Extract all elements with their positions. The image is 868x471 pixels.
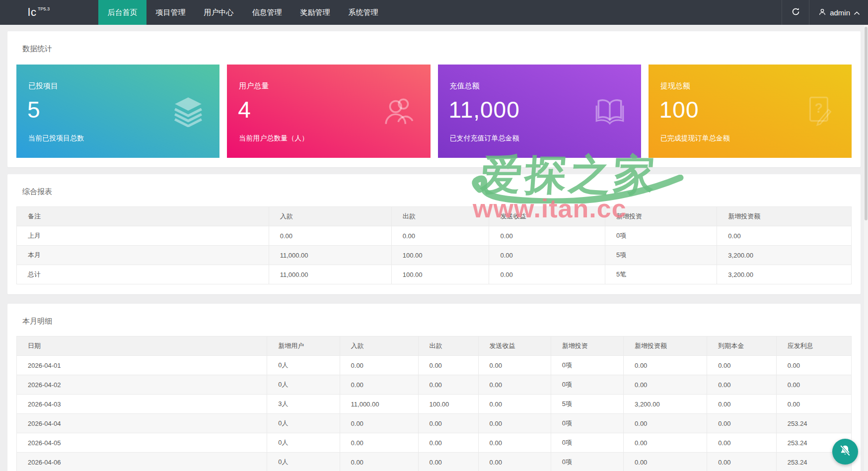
table-cell: 253.24 bbox=[776, 414, 851, 433]
table-cell: 0.00 bbox=[418, 356, 478, 375]
summary-report-panel: 综合报表 备注入款出款发送收益新增投资新增投资额上月0.000.000.000项… bbox=[7, 174, 861, 294]
table-cell: 0.00 bbox=[418, 453, 478, 471]
table-cell: 2026-04-06 bbox=[17, 453, 267, 471]
table-cell: 2026-04-05 bbox=[17, 433, 267, 453]
scrollbar-track[interactable] bbox=[864, 25, 868, 471]
column-header: 备注 bbox=[17, 207, 269, 226]
card-value: 11,000 bbox=[449, 96, 520, 123]
table-cell: 0.00 bbox=[707, 453, 777, 471]
stat-cards-row: 已投项目 5 当前已投项目总数 用户总量 4 当前用户总数量（人） bbox=[7, 54, 861, 158]
table-cell: 3人 bbox=[267, 395, 340, 414]
table-row: 总计11,000.00100.000.005笔3,200.00 bbox=[17, 265, 852, 284]
table-cell: 0.00 bbox=[340, 356, 418, 375]
card-label: 提现总额 bbox=[660, 81, 690, 91]
table-cell: 0项 bbox=[551, 414, 623, 433]
table-cell: 3,200.00 bbox=[624, 395, 707, 414]
table-cell: 0.00 bbox=[391, 226, 489, 246]
table-row: 2026-04-060人0.000.000.000项0.000.00253.24 bbox=[17, 453, 852, 471]
refresh-button[interactable] bbox=[782, 0, 809, 25]
column-header: 出款 bbox=[418, 336, 478, 356]
column-header: 新增投资额 bbox=[717, 207, 852, 226]
table-cell: 0.00 bbox=[478, 433, 551, 453]
column-header: 新增用户 bbox=[267, 336, 340, 356]
table-cell: 0.00 bbox=[624, 356, 707, 375]
card-caption: 当前已投项目总数 bbox=[28, 134, 84, 143]
card-label: 用户总量 bbox=[239, 81, 269, 91]
table-cell: 0.00 bbox=[489, 265, 605, 284]
table-cell: 0.00 bbox=[478, 356, 551, 375]
table-row: 2026-04-050人0.000.000.000项0.000.00253.24 bbox=[17, 433, 852, 453]
logo-version: TP5.3 bbox=[38, 6, 50, 11]
column-header: 新增投资 bbox=[605, 207, 717, 226]
table-cell: 0.00 bbox=[340, 375, 418, 395]
table-cell: 0.00 bbox=[418, 433, 478, 453]
table-cell: 0.00 bbox=[717, 226, 852, 246]
table-cell: 2026-04-03 bbox=[17, 395, 267, 414]
table-cell: 5项 bbox=[551, 395, 623, 414]
monthly-section-title: 本月明细 bbox=[7, 304, 861, 326]
table-cell: 2026-04-02 bbox=[17, 375, 267, 395]
chevron-up-icon bbox=[854, 8, 860, 17]
summary-table: 备注入款出款发送收益新增投资新增投资额上月0.000.000.000项0.00本… bbox=[16, 206, 852, 284]
column-header: 发送收益 bbox=[489, 207, 605, 226]
table-cell: 0.00 bbox=[624, 433, 707, 453]
table-cell: 0.00 bbox=[340, 453, 418, 471]
column-header: 新增投资 bbox=[551, 336, 623, 356]
table-cell: 0人 bbox=[267, 356, 340, 375]
notifications-off-button[interactable] bbox=[832, 439, 858, 465]
summary-section-title: 综合报表 bbox=[7, 174, 861, 197]
bell-off-icon bbox=[838, 444, 852, 460]
table-cell: 100.00 bbox=[391, 246, 489, 265]
nav-item-projects[interactable]: 项目管理 bbox=[146, 0, 195, 25]
table-cell: 0.00 bbox=[269, 226, 391, 246]
table-cell: 11,000.00 bbox=[340, 395, 418, 414]
table-cell: 100.00 bbox=[391, 265, 489, 284]
table-cell: 0.00 bbox=[707, 414, 777, 433]
nav-item-rewards[interactable]: 奖励管理 bbox=[291, 0, 339, 25]
table-cell: 0.00 bbox=[707, 375, 777, 395]
table-cell: 3,200.00 bbox=[717, 246, 852, 265]
card-label: 已投项目 bbox=[28, 81, 58, 91]
svg-text:?: ? bbox=[815, 101, 823, 116]
top-navbar: lcTP5.3 后台首页 项目管理 用户中心 信息管理 奖励管理 系统管理 ad… bbox=[0, 0, 868, 25]
table-cell: 0项 bbox=[551, 375, 623, 395]
table-row: 上月0.000.000.000项0.00 bbox=[17, 226, 852, 246]
column-header: 日期 bbox=[17, 336, 267, 356]
user-icon bbox=[818, 8, 826, 17]
nav-item-users[interactable]: 用户中心 bbox=[195, 0, 243, 25]
layers-icon bbox=[172, 94, 205, 127]
column-header: 入款 bbox=[340, 336, 418, 356]
card-value: 4 bbox=[238, 96, 251, 123]
table-cell: 0.00 bbox=[624, 453, 707, 471]
table-row: 2026-04-033人11,000.00100.000.005项3,200.0… bbox=[17, 395, 852, 414]
column-header: 应发利息 bbox=[776, 336, 851, 356]
users-icon bbox=[383, 94, 416, 127]
nav-item-info[interactable]: 信息管理 bbox=[243, 0, 291, 25]
stat-card-total-users: 用户总量 4 当前用户总数量（人） bbox=[227, 65, 430, 158]
table-cell: 0.00 bbox=[478, 414, 551, 433]
table-cell: 上月 bbox=[17, 226, 269, 246]
table-cell: 0项 bbox=[551, 453, 623, 471]
nav-item-system[interactable]: 系统管理 bbox=[339, 0, 387, 25]
stat-card-total-withdrawal: 提现总额 100 已完成提现订单总金额 ? bbox=[649, 65, 852, 158]
table-row: 2026-04-020人0.000.000.000项0.000.000.00 bbox=[17, 375, 852, 395]
table-header-row: 日期新增用户入款出款发送收益新增投资新增投资额到期本金应发利息 bbox=[17, 336, 852, 356]
table-cell: 5笔 bbox=[605, 265, 717, 284]
table-cell: 0.00 bbox=[340, 433, 418, 453]
table-cell: 2026-04-01 bbox=[17, 356, 267, 375]
table-cell: 0.00 bbox=[624, 375, 707, 395]
table-row: 2026-04-040人0.000.000.000项0.000.00253.24 bbox=[17, 414, 852, 433]
table-cell: 5项 bbox=[605, 246, 717, 265]
table-cell: 0项 bbox=[551, 433, 623, 453]
open-book-icon bbox=[593, 94, 626, 127]
user-menu[interactable]: admin bbox=[809, 0, 868, 25]
table-cell: 0.00 bbox=[340, 414, 418, 433]
nav-item-dashboard[interactable]: 后台首页 bbox=[98, 0, 146, 25]
table-cell: 0人 bbox=[267, 375, 340, 395]
app-logo: lcTP5.3 bbox=[0, 0, 98, 25]
table-cell: 0.00 bbox=[418, 414, 478, 433]
table-cell: 0人 bbox=[267, 453, 340, 471]
scrollbar-thumb[interactable] bbox=[865, 27, 868, 220]
table-header-row: 备注入款出款发送收益新增投资新增投资额 bbox=[17, 207, 852, 226]
stats-panel: 数据统计 已投项目 5 当前已投项目总数 用户总量 4 当前用户总数量（人） bbox=[7, 31, 861, 167]
